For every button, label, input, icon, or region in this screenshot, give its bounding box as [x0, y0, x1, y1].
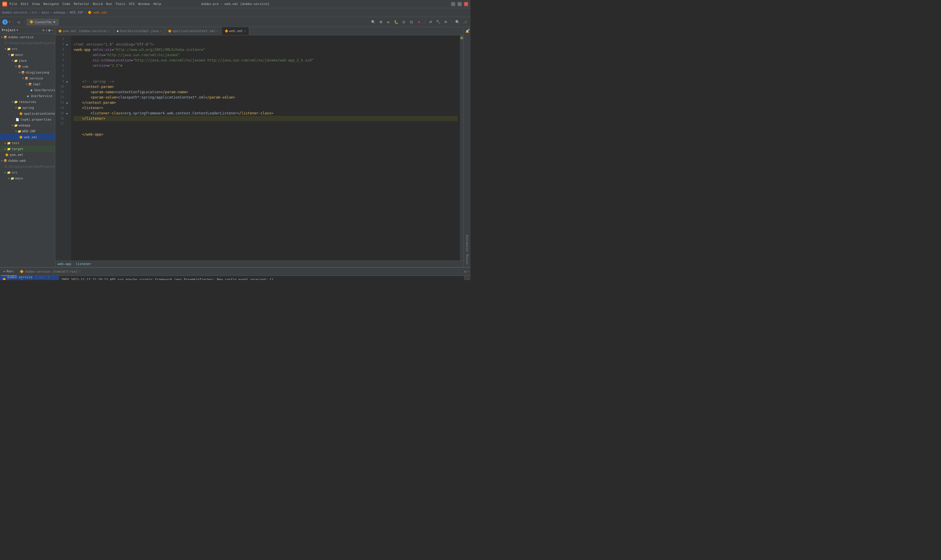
- nav-path-0[interactable]: dubbo-service: [2, 11, 27, 14]
- tab-userserviceimpl[interactable]: ● UserServiceImpl.java ×: [114, 27, 165, 35]
- tree-item-webxml[interactable]: 🔶 web.xml: [0, 134, 55, 140]
- tree-item-java[interactable]: ▼ 📁 java: [0, 58, 55, 63]
- tree-item-src[interactable]: ▼ 📁 src: [0, 46, 55, 52]
- console-scroll-top-btn[interactable]: ⬆: [465, 277, 470, 280]
- nav-path-4[interactable]: WEB-INF: [70, 11, 83, 14]
- tab-webxml[interactable]: 🔶 web.xml ×: [222, 27, 249, 35]
- notifications-button[interactable]: 🔔: [464, 28, 470, 34]
- tree-item-main[interactable]: ▼ 📁 main: [0, 52, 55, 58]
- bottom-settings-icon[interactable]: ⚙: [464, 270, 466, 274]
- build-button[interactable]: 🔨: [435, 19, 441, 25]
- run-tab[interactable]: ▶ Run:: [1, 268, 17, 276]
- sidebar-gear-icon[interactable]: ⚙: [43, 29, 45, 32]
- expand-icon: ▼: [19, 71, 20, 74]
- debug-button[interactable]: 🐛: [393, 19, 399, 25]
- editor-tabs: 🔶 pom.xml (dubbo-service) × ● UserServic…: [55, 27, 463, 35]
- database-panel-button[interactable]: Database: [465, 234, 469, 253]
- menu-tools[interactable]: Tools: [115, 2, 125, 6]
- tree-item-dubbo-web-src[interactable]: ▶ 📁 src: [0, 169, 55, 175]
- tree-item-test[interactable]: ▶ 📁 test: [0, 140, 55, 146]
- tree-item-dubbo-service[interactable]: ▼ 📦 dubbo-service: [0, 34, 55, 40]
- tree-item-pomxml[interactable]: 🔶 pom.xml: [0, 152, 55, 158]
- tab-close-webxml[interactable]: ×: [244, 29, 246, 33]
- tree-item-log4j[interactable]: 📄 log4j.properties: [0, 117, 55, 122]
- run-config-close[interactable]: ×: [79, 270, 81, 273]
- tree-item-resources[interactable]: ▼ 📁 resources: [0, 99, 55, 105]
- chevron-down-icon[interactable]: ▼: [9, 21, 10, 23]
- coverage-button[interactable]: ⊡: [408, 19, 415, 25]
- run-config-tab[interactable]: 🔶 dubbo-service [tomcat7:run] ×: [17, 268, 83, 276]
- tree-item-userserviceimpl[interactable]: ● UserServiceImpl: [0, 87, 55, 93]
- nav-path-3[interactable]: webapp: [54, 11, 65, 14]
- tab-close-pom[interactable]: ×: [109, 29, 111, 33]
- tab-close-appctx[interactable]: ×: [217, 29, 218, 33]
- tree-item-spring[interactable]: ▼ 📁 spring: [0, 105, 55, 111]
- tree-label: main: [15, 53, 23, 57]
- tab-close-userservice[interactable]: ×: [160, 29, 162, 33]
- xml-file-icon: 🔶: [5, 153, 9, 157]
- breadcrumb-nav: dubbo-service › src › main › webapp › WE…: [2, 11, 107, 14]
- menu-bar[interactable]: File Edit View Navigate Code Refactor Bu…: [9, 2, 161, 6]
- tree-item-userservice[interactable]: ◉ UserService: [0, 93, 55, 99]
- tree-item-webapp[interactable]: ▼ 📁 webapp: [0, 122, 55, 128]
- tab-pom-xml[interactable]: 🔶 pom.xml (dubbo-service) ×: [55, 27, 114, 35]
- project-chevron[interactable]: ▼: [17, 29, 18, 31]
- tree-item-webinf[interactable]: ▼ 📁 WEB-INF: [0, 128, 55, 134]
- stop-button[interactable]: ■: [416, 19, 422, 25]
- tree-item-service[interactable]: ▼ 📦 service: [0, 75, 55, 81]
- window-controls[interactable]: − □ ×: [451, 2, 468, 6]
- profile-button[interactable]: ⊙: [401, 19, 407, 25]
- tree-item-applicationcontext[interactable]: 🔶 applicationContext.xml: [0, 111, 55, 117]
- menu-navigate[interactable]: Navigate: [43, 2, 59, 6]
- tab-applicationcontext[interactable]: 🔶 applicationContext.xml ×: [165, 27, 222, 35]
- menu-build[interactable]: Build: [93, 2, 103, 6]
- expand-icon: ▶: [8, 177, 10, 180]
- run-item-main[interactable]: 🔶 dubbo-service [tomcat7:run]: 2 min, 5 …: [0, 276, 58, 280]
- folder-icon: 📁: [14, 123, 18, 127]
- path-text: D:\DingJiaxiong\IdeaProjects\dubbo-pro\d…: [5, 42, 55, 45]
- back-button[interactable]: ◁: [15, 19, 22, 25]
- breadcrumb-listener[interactable]: listener: [75, 262, 91, 266]
- sidebar-settings-icon[interactable]: ⋯: [51, 29, 53, 32]
- run-button[interactable]: ▶: [385, 19, 392, 25]
- git-button[interactable]: ⎇: [462, 19, 468, 25]
- maven-panel-button[interactable]: Maven: [465, 253, 469, 266]
- menu-file[interactable]: File: [9, 2, 17, 6]
- nav-path-1[interactable]: src: [31, 11, 37, 14]
- tree-item-impl[interactable]: ▼ 📦 impl: [0, 81, 55, 87]
- nav-path-2[interactable]: main: [42, 11, 49, 14]
- menu-refactor[interactable]: Refactor: [74, 2, 89, 6]
- settings-button[interactable]: ⚙: [378, 19, 384, 25]
- menu-edit[interactable]: Edit: [21, 2, 29, 6]
- sidebar-sort-icon[interactable]: ↕: [46, 29, 47, 32]
- tree-item-dubbo-web-main[interactable]: ▶ 📁 main: [0, 175, 55, 181]
- nav-path-5[interactable]: 🔶 web.xml: [88, 11, 107, 14]
- rebuild-button[interactable]: ⟳: [443, 19, 449, 25]
- breadcrumb-webapp[interactable]: web-app: [58, 262, 71, 266]
- minimize-button[interactable]: −: [451, 2, 455, 6]
- tree-item-target[interactable]: ▶ 📁 target: [0, 146, 55, 152]
- main-layout: Project ▼ ⚙ ↕ ▦ ⋯ ▼ 📦 dubbo-service D:\D…: [0, 27, 470, 267]
- tree-label: WEB-INF: [22, 129, 36, 133]
- update-button[interactable]: ↺: [427, 19, 434, 25]
- code-content[interactable]: <?xml version="1.0" encoding="UTF-8"?> <…: [71, 35, 460, 261]
- menu-vcs[interactable]: VCS: [129, 2, 135, 6]
- bottom-minimize-icon[interactable]: −: [467, 270, 469, 274]
- tree-item-dingjiaxiong[interactable]: ▼ 📦 dingjiaxiong: [0, 69, 55, 75]
- tree-label: dubbo-service: [8, 35, 34, 39]
- console-area[interactable]: INFO 2022-11-13 21:10:13,485 org.apache.…: [59, 276, 464, 280]
- close-button[interactable]: ×: [464, 2, 468, 6]
- maximize-button[interactable]: □: [458, 2, 462, 6]
- search-everywhere-button[interactable]: 🔍: [370, 19, 377, 25]
- menu-view[interactable]: View: [32, 2, 40, 6]
- expand-icon: ▼: [5, 48, 6, 50]
- menu-help[interactable]: Help: [154, 2, 161, 6]
- tree-item-dubbo-web[interactable]: ▶ 📦 dubbo-web: [0, 158, 55, 163]
- find-button[interactable]: 🔍: [454, 19, 461, 25]
- menu-code[interactable]: Code: [62, 2, 70, 6]
- sidebar-filter-icon[interactable]: ▦: [49, 29, 50, 32]
- current-file-button[interactable]: 🔶 Current File ▼: [27, 19, 58, 25]
- tree-item-com[interactable]: ▼ 📦 com: [0, 63, 55, 69]
- menu-window[interactable]: Window: [138, 2, 150, 6]
- menu-run[interactable]: Run: [106, 2, 112, 6]
